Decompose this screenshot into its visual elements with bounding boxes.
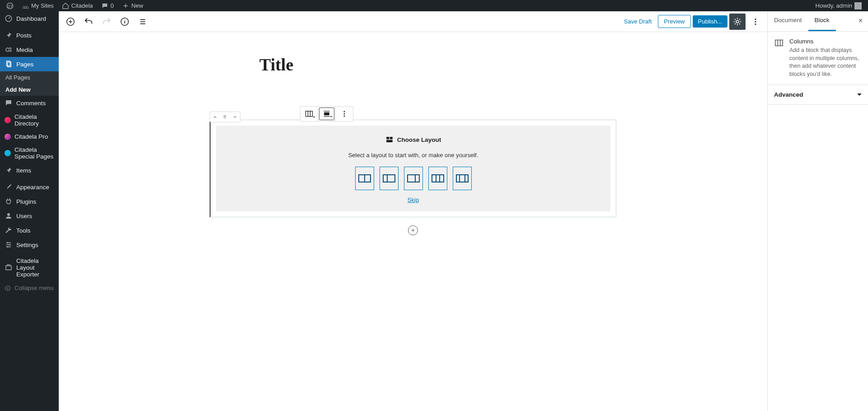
svg-point-8 xyxy=(7,246,8,248)
publish-button[interactable]: Publish... xyxy=(693,15,727,28)
sidebar-item-plugins[interactable]: Plugins xyxy=(0,194,59,209)
advanced-label: Advanced xyxy=(774,91,803,98)
info-icon xyxy=(120,17,130,27)
sidebar-item-citadela-special[interactable]: Citadela Special Pages xyxy=(0,143,59,163)
layout-33-66[interactable] xyxy=(380,167,399,190)
sidebar-item-users[interactable]: Users xyxy=(0,209,59,223)
advanced-panel-toggle[interactable]: Advanced xyxy=(768,85,868,105)
my-sites-link[interactable]: My Sites xyxy=(19,2,56,9)
sidebar-item-citadela-pro[interactable]: Citadela Pro xyxy=(0,130,59,143)
align-button[interactable] xyxy=(319,107,334,120)
sidebar-item-layout-exporter[interactable]: Citadela Layout Exporter xyxy=(0,254,59,281)
layout-50-50[interactable] xyxy=(355,167,374,190)
comment-icon xyxy=(5,99,13,107)
columns-block[interactable]: Choose Layout Select a layout to start w… xyxy=(210,120,616,217)
pin-icon xyxy=(5,166,13,174)
skip-link[interactable]: Skip xyxy=(227,196,600,203)
greeting: Howdy, admin xyxy=(816,2,852,9)
export-icon xyxy=(5,264,13,272)
choose-layout-heading: Choose Layout xyxy=(397,136,441,143)
chevron-down-icon xyxy=(857,93,862,98)
comments-count: 0 xyxy=(111,2,114,9)
more-menu-button[interactable] xyxy=(747,14,764,30)
undo-icon xyxy=(84,17,94,27)
brush-icon xyxy=(5,183,13,191)
user-icon xyxy=(5,212,13,220)
tab-document[interactable]: Document xyxy=(768,11,808,31)
svg-point-14 xyxy=(755,18,756,19)
sidebar-item-posts[interactable]: Posts xyxy=(0,28,59,42)
svg-rect-17 xyxy=(306,111,313,117)
sidebar-item-items[interactable]: Items xyxy=(0,163,59,177)
move-up-button[interactable] xyxy=(210,112,220,122)
sidebar-item-settings[interactable]: Settings xyxy=(0,238,59,252)
layout-25-50-25[interactable] xyxy=(453,167,472,190)
submenu-add-new[interactable]: Add New xyxy=(0,84,59,96)
multisite-icon xyxy=(22,2,29,9)
pin-icon xyxy=(5,31,13,39)
undo-button[interactable] xyxy=(80,14,97,30)
sidebar-item-comments[interactable]: Comments xyxy=(0,96,59,110)
svg-rect-23 xyxy=(389,137,392,139)
svg-rect-27 xyxy=(383,175,395,182)
svg-point-20 xyxy=(344,113,345,115)
columns-icon xyxy=(774,38,784,48)
svg-point-6 xyxy=(7,242,8,243)
outline-button[interactable] xyxy=(135,14,151,30)
sidebar-item-media[interactable]: Media xyxy=(0,42,59,57)
add-block-button[interactable] xyxy=(62,14,79,30)
collapse-label: Collapse menu xyxy=(14,285,54,291)
sidebar-item-dashboard[interactable]: Dashboard xyxy=(0,11,59,26)
sidebar-item-citadela-directory[interactable]: Citadela Directory xyxy=(0,110,59,130)
sidebar-item-pages[interactable]: Pages xyxy=(0,57,59,71)
chevron-down-icon xyxy=(232,114,238,120)
comment-icon xyxy=(101,2,108,9)
layout-33-33-33[interactable] xyxy=(428,167,447,190)
svg-point-7 xyxy=(9,244,10,246)
block-type-button[interactable] xyxy=(301,107,317,120)
account-link[interactable]: Howdy, admin xyxy=(813,2,864,9)
add-block-after-button[interactable]: ＋ xyxy=(408,225,418,235)
plug-icon xyxy=(5,197,13,206)
block-name: Columns xyxy=(789,38,862,45)
site-name-label: Citadela xyxy=(71,2,93,9)
page-title[interactable]: Title xyxy=(259,55,567,75)
citadela-dir-icon xyxy=(5,117,11,123)
svg-rect-24 xyxy=(386,140,393,142)
block-movers: ⠿ xyxy=(210,112,240,122)
new-link[interactable]: New xyxy=(119,2,146,9)
layout-icon xyxy=(385,135,394,144)
layout-66-33[interactable] xyxy=(404,167,423,190)
sidebar-item-tools[interactable]: Tools xyxy=(0,223,59,238)
sidebar-label: Citadela Directory xyxy=(14,113,54,127)
svg-point-5 xyxy=(7,213,10,216)
redo-icon xyxy=(102,17,112,27)
settings-sidebar-toggle[interactable] xyxy=(729,14,746,30)
chevron-up-icon xyxy=(212,114,218,120)
preview-button[interactable]: Preview xyxy=(658,15,690,28)
svg-point-2 xyxy=(6,48,9,51)
dashboard-icon xyxy=(5,14,13,23)
svg-point-15 xyxy=(755,21,756,22)
sidebar-label: Settings xyxy=(16,242,38,248)
submenu-all-pages[interactable]: All Pages xyxy=(0,71,59,84)
svg-point-21 xyxy=(344,116,345,117)
wp-logo[interactable] xyxy=(4,2,16,9)
svg-point-16 xyxy=(755,23,756,24)
svg-rect-37 xyxy=(775,40,783,46)
sidebar-item-appearance[interactable]: Appearance xyxy=(0,180,59,194)
move-down-button[interactable] xyxy=(230,112,240,122)
collapse-menu[interactable]: Collapse menu xyxy=(0,281,59,295)
media-icon xyxy=(5,46,13,54)
svg-point-10 xyxy=(5,285,10,290)
info-button[interactable] xyxy=(117,14,133,30)
block-more-button[interactable] xyxy=(337,107,352,120)
tab-block[interactable]: Block xyxy=(808,11,836,31)
redo-button[interactable] xyxy=(99,14,115,30)
close-sidebar-button[interactable]: × xyxy=(853,11,868,31)
comments-link[interactable]: 0 xyxy=(99,2,117,9)
svg-rect-31 xyxy=(432,175,444,182)
save-draft-button[interactable]: Save Draft xyxy=(619,15,656,28)
drag-handle[interactable]: ⠿ xyxy=(220,112,230,122)
site-name-link[interactable]: Citadela xyxy=(59,2,96,9)
